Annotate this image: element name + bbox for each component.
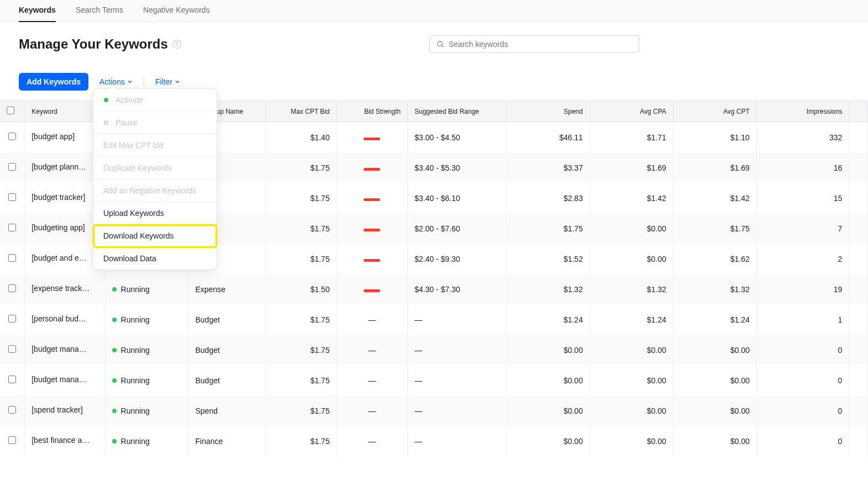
- maxcpt-value: $1.75: [266, 183, 337, 213]
- action-download-keywords[interactable]: Download Keywords: [93, 225, 217, 247]
- chevron-down-icon: [175, 79, 180, 84]
- select-all-checkbox[interactable]: [7, 107, 14, 114]
- bid-range: —: [408, 304, 507, 335]
- keyword-text[interactable]: [budget and e…: [31, 253, 87, 262]
- tab-keywords[interactable]: Keywords: [19, 0, 56, 22]
- keyword-text[interactable]: [budget mana…: [31, 375, 87, 384]
- table-row: [best finance a… Running Finance $1.75 —…: [0, 426, 868, 456]
- row-checkbox[interactable]: [8, 376, 16, 383]
- keyword-text[interactable]: [budget tracker]: [31, 193, 85, 202]
- row-checkbox[interactable]: [8, 254, 16, 262]
- tab-search-terms[interactable]: Search Terms: [76, 0, 123, 22]
- bid-strength-none: —: [368, 437, 376, 446]
- avgcpa-value: $1.24: [590, 304, 673, 335]
- maxcpt-value: $1.50: [266, 274, 337, 304]
- adgroup-name: Budget: [188, 335, 266, 365]
- action-duplicate[interactable]: Duplicate Keywords: [93, 157, 217, 179]
- maxcpt-value: $1.75: [266, 426, 337, 456]
- impressions-value: 1: [756, 304, 849, 335]
- add-keywords-button[interactable]: Add Keywords: [19, 73, 88, 91]
- actions-dropdown: Activate Pause Edit Max CPT bid Duplicat…: [93, 88, 217, 270]
- action-download-data[interactable]: Download Data: [93, 247, 217, 270]
- spend-value: $0.00: [507, 335, 590, 365]
- toolbar-divider: [144, 77, 144, 86]
- search-box[interactable]: [429, 35, 639, 53]
- keyword-text[interactable]: [budget app]: [31, 132, 75, 141]
- action-activate[interactable]: Activate: [93, 89, 217, 112]
- running-dot-icon: [112, 378, 117, 383]
- col-avgcpa[interactable]: Avg CPA: [590, 101, 673, 122]
- table-row: [personal bud… Running Budget $1.75 — — …: [0, 304, 868, 335]
- action-upload[interactable]: Upload Keywords: [93, 202, 217, 225]
- bid-strength-indicator: [364, 229, 380, 231]
- keyword-text[interactable]: [personal bud…: [31, 314, 86, 323]
- help-icon[interactable]: ?: [172, 40, 181, 49]
- col-strength[interactable]: Bid Strength: [336, 101, 408, 122]
- impressions-value: 332: [756, 122, 849, 153]
- row-checkbox[interactable]: [8, 133, 16, 140]
- maxcpt-value: $1.75: [266, 335, 337, 365]
- bid-strength-none: —: [368, 406, 376, 415]
- adgroup-name: Finance: [188, 426, 266, 456]
- bid-strength-none: —: [368, 346, 376, 355]
- row-checkbox[interactable]: [8, 163, 16, 171]
- action-upload-label: Upload Keywords: [103, 209, 164, 218]
- maxcpt-value: $1.75: [266, 244, 337, 274]
- bid-strength-indicator: [364, 289, 380, 292]
- action-edit-bid[interactable]: Edit Max CPT bid: [93, 134, 217, 157]
- status-text: Running: [121, 406, 150, 415]
- maxcpt-value: $1.75: [266, 395, 337, 426]
- keyword-text[interactable]: [budget plann…: [31, 162, 86, 171]
- actions-button[interactable]: Actions: [99, 77, 133, 86]
- avgcpt-value: $0.00: [673, 395, 756, 426]
- keyword-text[interactable]: [budget mana…: [31, 345, 87, 353]
- avgcpa-value: $0.00: [590, 213, 673, 244]
- action-add-negative[interactable]: Add as Negative Keywords: [93, 179, 217, 202]
- search-icon: [436, 40, 444, 48]
- row-checkbox[interactable]: [8, 284, 16, 292]
- bid-range: $2.40 - $9.30: [408, 244, 507, 274]
- keyword-text[interactable]: [spend tracker]: [31, 405, 83, 414]
- filter-button[interactable]: Filter: [155, 77, 180, 86]
- avgcpa-value: $1.42: [590, 183, 673, 213]
- action-edit-bid-label: Edit Max CPT bid: [103, 141, 164, 150]
- bid-strength-indicator: [364, 259, 380, 262]
- keyword-text[interactable]: [budgeting app]: [31, 223, 85, 232]
- col-range[interactable]: Suggested Bid Range: [408, 101, 507, 122]
- impressions-value: 19: [756, 274, 849, 304]
- row-checkbox[interactable]: [8, 193, 16, 201]
- action-activate-label: Activate: [115, 96, 143, 104]
- maxcpt-value: $1.75: [266, 152, 337, 183]
- spend-value: $46.11: [507, 122, 590, 153]
- row-checkbox[interactable]: [8, 224, 16, 231]
- spend-value: $1.24: [507, 304, 590, 335]
- col-checkbox: [0, 101, 25, 122]
- running-dot-icon: [112, 439, 117, 443]
- avgcpt-value: $0.00: [673, 335, 756, 365]
- action-download-data-label: Download Data: [103, 254, 156, 263]
- tab-negative-keywords[interactable]: Negative Keywords: [143, 0, 210, 22]
- bid-strength-indicator: [364, 168, 380, 171]
- status-text: Running: [121, 376, 150, 385]
- running-dot-icon: [104, 98, 108, 102]
- pause-icon: [104, 120, 108, 125]
- col-maxcpt[interactable]: Max CPT Bid: [266, 101, 337, 122]
- col-avgcpt[interactable]: Avg CPT: [673, 101, 756, 122]
- col-impressions[interactable]: Impressions: [756, 101, 849, 122]
- row-checkbox[interactable]: [8, 345, 16, 353]
- row-checkbox[interactable]: [8, 315, 16, 323]
- search-input[interactable]: [449, 40, 632, 49]
- row-checkbox[interactable]: [8, 406, 16, 414]
- avgcpt-value: $0.00: [673, 365, 756, 395]
- row-checkbox[interactable]: [8, 436, 16, 444]
- impressions-value: 7: [756, 213, 849, 244]
- keyword-text[interactable]: [expense track…: [31, 284, 90, 293]
- status-text: Running: [121, 346, 150, 355]
- bid-range: —: [408, 335, 507, 365]
- action-pause[interactable]: Pause: [93, 112, 217, 134]
- tabs-bar: Keywords Search Terms Negative Keywords: [0, 0, 868, 22]
- spend-value: $3.37: [507, 152, 590, 183]
- avgcpa-value: $1.69: [590, 152, 673, 183]
- col-spend[interactable]: Spend: [507, 101, 590, 122]
- keyword-text[interactable]: [best finance a…: [31, 436, 90, 445]
